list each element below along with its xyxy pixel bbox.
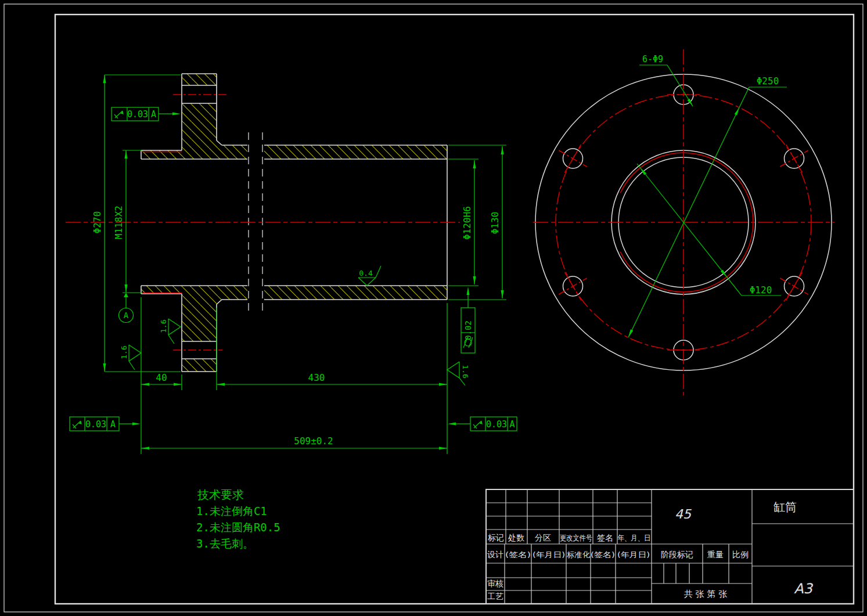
surface-finish-bore-value: 0.4 [359, 269, 373, 278]
technical-requirements: 技术要求 1.未注倒角C1 2.未注圆角R0.5 3.去毛刺。 [196, 488, 280, 550]
tolerance-frame-runout-top: 0.03 A [111, 107, 159, 121]
datum-a-symbol: A [119, 308, 134, 323]
tb-signature: 签名 [597, 533, 613, 542]
tb-weight: 重量 [707, 550, 724, 559]
cylindricity-value: 0.02 [463, 320, 473, 340]
tech-req-item-3: 3.去毛刺。 [196, 537, 254, 550]
dim-bolt-circle: Φ250 [757, 75, 779, 87]
dimension-lines [105, 75, 506, 454]
tb-sheet-info: 共 张 第 张 [684, 589, 727, 599]
circular-runout-icon [73, 421, 81, 428]
tb-design: 设计 [487, 550, 503, 559]
tb-mark: 标记 [487, 533, 504, 542]
runout-br-datum: A [509, 419, 515, 430]
tolerance-frame-runout-bottom-left: 0.03 A [70, 417, 119, 431]
tb-count: 处数 [508, 533, 524, 542]
datum-a-label: A [124, 311, 129, 320]
tech-req-item-2: 2.未注圆角R0.5 [196, 521, 280, 534]
tb-process: 工艺 [487, 592, 503, 601]
section-view: 0.03 A 0.03 A 0.03 A [66, 74, 517, 454]
tech-req-item-1: 1.未注倒角C1 [196, 505, 267, 517]
runout-top-value: 0.03 [127, 109, 148, 120]
sheet-outer-border [4, 4, 863, 612]
surface-finish-left-end: 1.6 [120, 345, 141, 370]
runout-bl-value: 0.03 [85, 419, 106, 430]
tb-std-sign: (签名) [591, 550, 615, 559]
surface-finish-flange-value: 1.6 [159, 319, 168, 333]
title-block: 标记 处数 分区 更改文件号 签名 年、月、日 设计 (签名) (年月日) 标准… [486, 489, 854, 604]
dim-tube-length: 430 [308, 372, 325, 383]
dim-thread: M118X2 [113, 206, 124, 239]
tolerance-frame-cylindricity: 0.02 [461, 308, 475, 353]
arrowheads [103, 75, 504, 450]
dim-bore: Φ120H6 [462, 206, 473, 240]
surface-finish-flange-face: 1.6 [159, 319, 181, 344]
end-view: 6-Φ9 Φ250 Φ120 [533, 49, 834, 395]
surface-finish-bore: 0.4 [358, 266, 381, 286]
tolerance-frame-runout-bottom-right: 0.03 A [470, 417, 517, 431]
tb-audit: 审核 [487, 579, 503, 588]
surface-finish-right-end: 1.6 [447, 362, 470, 386]
tb-material: 45 [675, 507, 692, 521]
runout-br-value: 0.03 [486, 419, 507, 430]
tb-sheet-size: A3 [794, 581, 813, 597]
dim-total-length: 509±0.2 [294, 435, 333, 446]
tb-change-file-no: 更改文件号 [560, 534, 592, 542]
tb-zone: 分区 [535, 533, 551, 542]
runout-bl-datum: A [110, 419, 116, 430]
end-view-dimension-lines [628, 65, 787, 337]
break-lines [249, 132, 262, 314]
sheet-inner-border [55, 15, 854, 604]
tech-req-title: 技术要求 [197, 488, 244, 502]
tb-standardization: 标准化 [567, 550, 590, 559]
tb-design-date: (年月日) [533, 550, 565, 559]
tb-scale: 比例 [732, 550, 749, 559]
surface-finish-right-end-value: 1.6 [461, 365, 470, 378]
runout-top-datum: A [151, 109, 156, 120]
dim-flange-offset: 40 [156, 372, 167, 383]
dim-end-bore: Φ120 [750, 284, 772, 296]
dim-flange-od: Φ270 [92, 211, 103, 234]
tb-date: 年、月、日 [618, 534, 651, 542]
tb-stage-mark: 阶段标记 [661, 550, 693, 559]
engineering-drawing: 0.03 A 0.03 A 0.03 A [0, 0, 867, 616]
tb-design-sign: (签名) [505, 550, 531, 559]
tb-std-date: (年月日) [617, 550, 650, 559]
tb-part-name: 缸筒 [774, 500, 797, 514]
circular-runout-icon [473, 421, 481, 428]
cad-drawing-canvas: 0.03 A 0.03 A 0.03 A [0, 0, 867, 616]
surface-finish-left-end-value: 1.6 [120, 345, 128, 359]
dim-bolt-holes: 6-Φ9 [642, 54, 663, 64]
circular-runout-icon [114, 111, 123, 118]
dim-tube-od: Φ130 [490, 212, 501, 235]
